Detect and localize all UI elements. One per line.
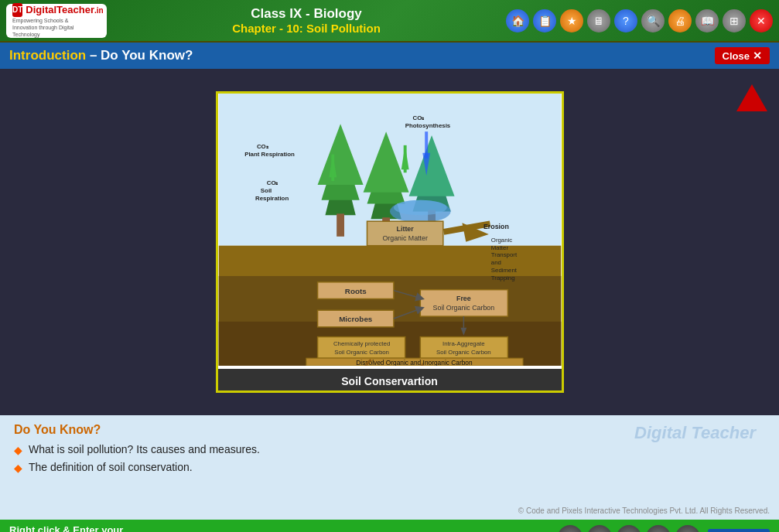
svg-text:Trapping: Trapping: [490, 275, 514, 281]
svg-rect-18: [331, 155, 334, 181]
subheader: Introduction – Do You Know? Close ✕: [0, 43, 779, 69]
up-arrow-icon[interactable]: [736, 84, 767, 111]
logo-area: DT DigitalTeacher.in Empowering Schools …: [6, 4, 107, 38]
svg-rect-7: [337, 213, 344, 236]
copyright-text: © Code and Pixels Interactive Technologi…: [518, 506, 770, 515]
settings-button[interactable]: ⚙: [675, 525, 700, 532]
footer-controls: ▶ ⏸ 🔊 📷 ⚙: [558, 525, 700, 532]
logo-subtitle2: Innovation through Digital Technology: [12, 25, 101, 38]
camera-button[interactable]: 📷: [646, 525, 671, 532]
intro-label: Introduction: [9, 48, 86, 63]
svg-text:Soil Organic Carbon: Soil Organic Carbon: [432, 304, 494, 312]
header-line1: Class IX - Biology: [107, 6, 506, 22]
info-area: Digital Teacher Do You Know? ◆ What is s…: [0, 415, 779, 520]
svg-text:Litter: Litter: [396, 225, 414, 233]
print-icon[interactable]: 🖨: [668, 9, 692, 32]
svg-rect-20: [403, 145, 406, 172]
logo-icon: DT: [12, 3, 22, 17]
bullet-item-2: ◆ The definition of soil conservation.: [14, 461, 765, 474]
svg-point-16: [393, 200, 446, 216]
svg-text:Organic Matter: Organic Matter: [382, 234, 427, 242]
svg-text:CO₂: CO₂: [412, 114, 425, 121]
svg-text:Free: Free: [456, 295, 471, 302]
page-info: Page 4/42: [708, 529, 770, 533]
bullet-text-1: What is soil pollution? Its causes and m…: [29, 443, 260, 455]
home-icon[interactable]: 🏠: [506, 9, 529, 32]
main-content: Litter Organic Matter Roots Microbes Fre…: [0, 69, 779, 415]
svg-text:Soil Organic Carbon: Soil Organic Carbon: [334, 349, 389, 356]
svg-text:Roots: Roots: [344, 287, 366, 295]
logo-subtitle: Empowering Schools &: [12, 18, 101, 24]
book-icon[interactable]: 📖: [695, 9, 719, 32]
volume-button[interactable]: 🔊: [617, 525, 641, 532]
svg-rect-32: [420, 290, 507, 316]
svg-text:Erosion: Erosion: [483, 223, 508, 230]
svg-text:and: and: [490, 259, 501, 266]
svg-text:Soil: Soil: [260, 187, 271, 194]
svg-text:Microbes: Microbes: [339, 315, 373, 323]
svg-text:CO₂: CO₂: [266, 179, 278, 186]
svg-text:Chemically protected: Chemically protected: [333, 340, 389, 347]
svg-rect-22: [425, 131, 428, 158]
help-icon[interactable]: ?: [614, 9, 637, 32]
do-you-know-label: – Do You Know?: [90, 48, 193, 63]
svg-text:Transport: Transport: [490, 251, 517, 258]
svg-text:CO₂: CO₂: [256, 143, 268, 150]
header-title: Class IX - Biology Chapter - 10: Soil Po…: [107, 6, 506, 35]
svg-text:Intra-Aggregate: Intra-Aggregate: [442, 340, 485, 347]
diagram-container: Litter Organic Matter Roots Microbes Fre…: [0, 69, 779, 415]
pause-button[interactable]: ⏸: [587, 525, 612, 532]
svg-text:Organic: Organic: [490, 237, 512, 244]
svg-text:Respiration: Respiration: [255, 195, 288, 202]
header-line2: Chapter - 10: Soil Pollution: [107, 22, 506, 35]
star-icon[interactable]: ★: [560, 9, 583, 32]
diagram-caption: Soil Conservartion: [218, 369, 562, 393]
svg-text:Matter: Matter: [490, 244, 508, 251]
close-app-icon[interactable]: ✕: [750, 9, 773, 32]
svg-text:Photosynthesis: Photosynthesis: [405, 122, 450, 129]
bullet-text-2: The definition of soil conservation.: [29, 461, 193, 473]
subheader-title: Introduction – Do You Know?: [9, 48, 193, 63]
logo-text: DigitalTeacher.in: [26, 4, 103, 15]
monitor-icon[interactable]: 🖥: [587, 9, 610, 32]
header-icons: 🏠 📋 ★ 🖥 ? 🔍 🖨 📖 ⊞ ✕: [506, 9, 773, 32]
svg-text:Soil Organic Carbon: Soil Organic Carbon: [436, 349, 490, 356]
grid-icon[interactable]: ⊞: [723, 9, 746, 32]
bullet-item-1: ◆ What is soil pollution? Its causes and…: [14, 443, 765, 456]
footer-prompt: Right click & Enter your School name: [9, 524, 156, 532]
svg-text:Dissolved Organic and Inorgani: Dissolved Organic and Inorganic Carbon: [356, 359, 473, 366]
diamond-icon-1: ◆: [14, 444, 22, 456]
close-x-icon: ✕: [753, 49, 762, 62]
svg-text:Sediment: Sediment: [490, 267, 517, 274]
play-button[interactable]: ▶: [558, 525, 583, 532]
diamond-icon-2: ◆: [14, 462, 22, 474]
footer: Right click & Enter your School name ▶ ⏸…: [0, 520, 779, 532]
search-icon[interactable]: 🔍: [641, 9, 665, 32]
diagram-box: Litter Organic Matter Roots Microbes Fre…: [216, 91, 564, 393]
watermark: Digital Teacher: [634, 423, 756, 443]
app-header: DT DigitalTeacher.in Empowering Schools …: [0, 0, 779, 43]
bookmark-icon[interactable]: 📋: [533, 9, 556, 32]
svg-text:Plant Respiration: Plant Respiration: [244, 151, 295, 158]
close-button[interactable]: Close ✕: [715, 47, 770, 64]
